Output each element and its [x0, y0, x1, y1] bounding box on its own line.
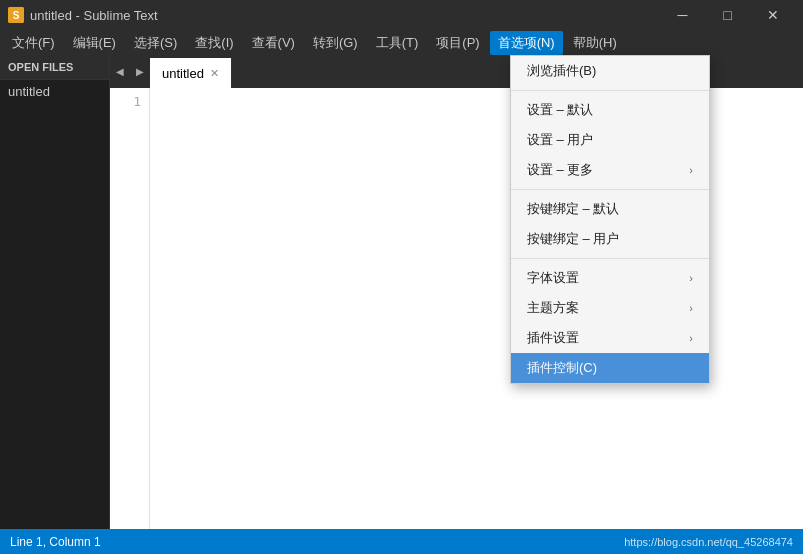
menu-preferences[interactable]: 首选项(N)	[490, 31, 563, 55]
submenu-arrow-icon: ›	[689, 302, 693, 314]
window-title: untitled - Sublime Text	[30, 8, 654, 23]
status-position: Line 1, Column 1	[10, 535, 101, 549]
title-bar: S untitled - Sublime Text ─ □ ✕	[0, 0, 803, 30]
close-button[interactable]: ✕	[750, 0, 795, 30]
window-controls: ─ □ ✕	[660, 0, 795, 30]
dropdown-settings-user[interactable]: 设置 – 用户	[511, 125, 709, 155]
tab-label: untitled	[162, 66, 204, 81]
dropdown-item-label: 主题方案	[527, 299, 579, 317]
menu-select[interactable]: 选择(S)	[126, 31, 185, 55]
dropdown-item-label: 按键绑定 – 默认	[527, 200, 619, 218]
line-number-1: 1	[118, 94, 141, 109]
status-bar: Line 1, Column 1 https://blog.csdn.net/q…	[0, 529, 803, 554]
dropdown-separator-2	[511, 189, 709, 190]
dropdown-item-label: 字体设置	[527, 269, 579, 287]
menu-goto[interactable]: 转到(G)	[305, 31, 366, 55]
menu-file[interactable]: 文件(F)	[4, 31, 63, 55]
dropdown-plugin-settings[interactable]: 插件设置 ›	[511, 323, 709, 353]
dropdown-settings-more[interactable]: 设置 – 更多 ›	[511, 155, 709, 185]
submenu-arrow-icon: ›	[689, 272, 693, 284]
dropdown-item-label: 设置 – 默认	[527, 101, 593, 119]
dropdown-item-label: 浏览插件(B)	[527, 62, 596, 80]
dropdown-keybinding-default[interactable]: 按键绑定 – 默认	[511, 194, 709, 224]
dropdown-item-label: 设置 – 用户	[527, 131, 593, 149]
status-url: https://blog.csdn.net/qq_45268474	[624, 536, 793, 548]
submenu-arrow-icon: ›	[689, 332, 693, 344]
preferences-dropdown: 浏览插件(B) 设置 – 默认 设置 – 用户 设置 – 更多 › 按键绑定 –…	[510, 55, 710, 384]
dropdown-item-label: 按键绑定 – 用户	[527, 230, 619, 248]
menu-tools[interactable]: 工具(T)	[368, 31, 427, 55]
sidebar: OPEN FILES untitled	[0, 55, 110, 529]
dropdown-browse-plugins[interactable]: 浏览插件(B)	[511, 56, 709, 86]
tab-untitled[interactable]: untitled ✕	[150, 58, 232, 88]
sidebar-header: OPEN FILES	[0, 55, 109, 80]
menu-view[interactable]: 查看(V)	[244, 31, 303, 55]
minimize-button[interactable]: ─	[660, 0, 705, 30]
dropdown-plugin-control[interactable]: 插件控制(C)	[511, 353, 709, 383]
line-numbers: 1	[110, 88, 150, 529]
menu-project[interactable]: 项目(P)	[428, 31, 487, 55]
app-icon: S	[8, 7, 24, 23]
dropdown-item-label: 插件控制(C)	[527, 359, 597, 377]
menu-help[interactable]: 帮助(H)	[565, 31, 625, 55]
dropdown-item-label: 设置 – 更多	[527, 161, 593, 179]
dropdown-separator-3	[511, 258, 709, 259]
dropdown-keybinding-user[interactable]: 按键绑定 – 用户	[511, 224, 709, 254]
dropdown-settings-default[interactable]: 设置 – 默认	[511, 95, 709, 125]
menu-bar: 文件(F) 编辑(E) 选择(S) 查找(I) 查看(V) 转到(G) 工具(T…	[0, 30, 803, 55]
tab-next-button[interactable]: ▶	[130, 55, 150, 88]
dropdown-theme[interactable]: 主题方案 ›	[511, 293, 709, 323]
dropdown-separator-1	[511, 90, 709, 91]
submenu-arrow-icon: ›	[689, 164, 693, 176]
menu-find[interactable]: 查找(I)	[187, 31, 241, 55]
sidebar-file-untitled[interactable]: untitled	[0, 80, 109, 103]
maximize-button[interactable]: □	[705, 0, 750, 30]
dropdown-item-label: 插件设置	[527, 329, 579, 347]
menu-edit[interactable]: 编辑(E)	[65, 31, 124, 55]
dropdown-font-settings[interactable]: 字体设置 ›	[511, 263, 709, 293]
tab-prev-button[interactable]: ◀	[110, 55, 130, 88]
tab-close-button[interactable]: ✕	[210, 67, 219, 80]
svg-text:S: S	[13, 10, 20, 21]
